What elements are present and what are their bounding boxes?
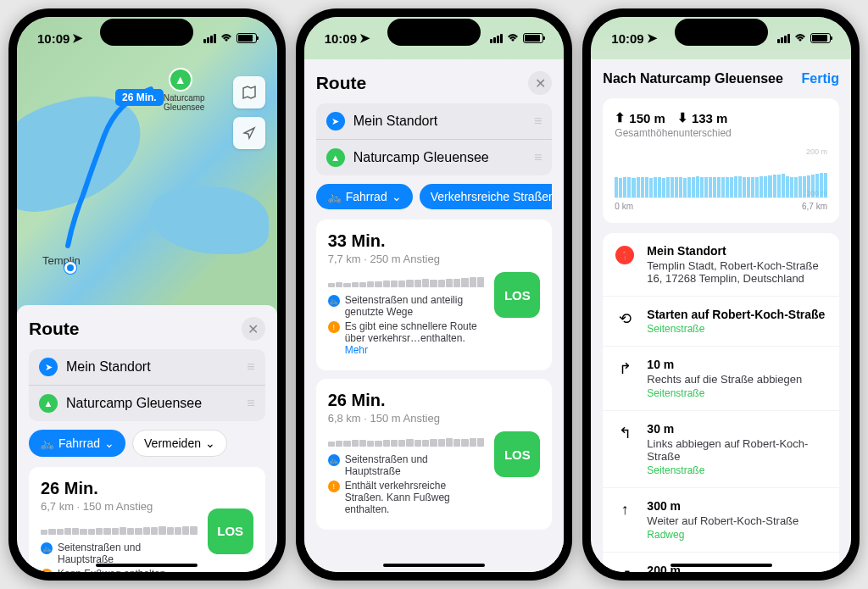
elevation-sparkline [328,274,485,287]
notch [387,19,481,46]
warning-icon: ! [41,569,53,572]
destination-icon: ▲ [326,148,345,167]
close-button[interactable]: ✕ [242,317,265,341]
waypoint-to[interactable]: ▲ Naturcamp Gleuensee ≡ [316,140,553,175]
bike-note-icon: 🚲 [41,542,53,554]
waypoint-to[interactable]: ▲ Naturcamp Gleuensee ≡ [29,386,265,421]
chevron-down-icon: ⌄ [104,436,114,450]
busy-roads-filter[interactable]: Verkehrsreiche Straßen verm [420,184,553,209]
direction-step[interactable]: ⟲ Starten auf Robert-Koch-Straße Seitens… [603,297,839,347]
route-duration: 26 Min. [328,391,485,410]
close-button[interactable]: ✕ [528,71,552,95]
route-note-roads: Seitenstraßen und Hauptstraße [58,542,198,565]
step-description: Rechts auf die Straße abbiegen [647,373,827,386]
drag-handle-icon[interactable]: ≡ [534,114,542,129]
step-title: Starten auf Robert-Koch-Straße [647,308,827,321]
route-distance-elevation: 7,7 km · 250 m Anstieg [328,253,485,265]
route-option-b[interactable]: 26 Min. 6,8 km · 150 m Anstieg 🚲Seitenst… [316,379,553,530]
direction-step[interactable]: ↗ 200 m Halb rechts abbiegen auf Seestra… [603,553,839,572]
route-note-warning: Enthält verkehrsreiche Straßen. Kann Fuß… [345,480,485,515]
bike-note-icon: 🚲 [328,454,340,466]
sheet-title: Route [316,73,367,93]
drag-handle-icon[interactable]: ≡ [247,396,254,411]
step-title: 10 m [647,358,827,371]
current-location-icon: ➤ [326,112,345,131]
elevation-subtitle: Gesamthöhenunterschied [615,127,827,139]
elevation-sparkline [328,433,485,447]
transport-bike-filter[interactable]: 🚲Fahrrad⌄ [29,430,125,457]
waypoint-list: ➤ Mein Standort ≡ ▲ Naturcamp Gleuensee … [316,103,553,175]
drag-handle-icon[interactable]: ≡ [247,359,254,375]
step-road-type: Seitenstraße [647,387,827,399]
route-duration: 33 Min. [328,231,485,251]
direction-icon: ↑ [615,501,635,541]
wifi-icon [793,33,807,43]
map-mode-button[interactable] [233,76,265,108]
directions-list: 📍 Mein Standort Templin Stadt, Robert-Ko… [603,233,839,572]
drag-handle-icon[interactable]: ≡ [534,150,542,165]
direction-icon: ⟲ [615,309,635,335]
route-note-roads: Seitenstraßen und Hauptstraße [345,453,485,477]
direction-step[interactable]: ↑ 300 m Weiter auf Robert-Koch-Straße Ra… [603,488,839,553]
battery-icon [810,33,831,43]
step-title: 300 m [647,499,827,513]
phone-2: 10:09➤ Route ✕ ➤ Mein Standort ≡ ▲ [296,8,573,581]
direction-step[interactable]: ↰ 30 m Links abbiegen auf Robert-Koch-St… [603,411,839,488]
waypoint-list: ➤ Mein Standort ≡ ▲ Naturcamp Gleuensee … [29,349,265,421]
go-button[interactable]: LOS [494,431,540,477]
go-button[interactable]: LOS [208,508,253,554]
warning-icon: ! [328,481,340,492]
chart-x-start: 0 km [615,202,633,211]
elevation-chart: 200 m100 m [615,147,827,198]
done-button[interactable]: Fertig [802,71,839,86]
waypoint-from[interactable]: ➤ Mein Standort ≡ [316,103,553,140]
signal-icon [203,34,216,43]
home-indicator[interactable] [96,564,198,567]
location-indicator-icon: ➤ [359,31,370,46]
notch [675,19,768,46]
destination-pin-icon[interactable]: ▲ [169,68,192,92]
go-button[interactable]: LOS [494,272,540,318]
route-sheet: Route ✕ ➤ Mein Standort ≡ ▲ Naturcamp Gl… [17,305,277,572]
wifi-icon [220,33,233,43]
bike-icon: 🚲 [40,436,54,450]
step-title: 30 m [647,422,827,436]
status-time: 10:09 [325,31,357,46]
route-sheet-expanded: Route ✕ ➤ Mein Standort ≡ ▲ Naturcamp Gl… [304,59,565,572]
direction-icon: ↰ [615,424,635,476]
arrow-up-icon: ⬆ [615,110,626,125]
home-indicator[interactable] [670,564,772,567]
detail-header: Nach Naturcamp Gleuensee Fertig [591,59,851,98]
direction-icon: 📍 [615,246,635,285]
waypoint-from[interactable]: ➤ Mein Standort ≡ [29,349,265,386]
waypoint-from-label: Mein Standort [353,114,438,129]
route-option-1[interactable]: 26 Min. 6,7 km · 150 m Anstieg 🚲Seitenst… [29,467,265,572]
sheet-title: Route [29,319,80,339]
bike-note-icon: 🚲 [328,295,340,307]
more-link[interactable]: Mehr [345,344,368,356]
elevation-gain: 150 m [629,111,665,125]
home-indicator[interactable] [383,564,485,567]
direction-step[interactable]: ↱ 10 m Rechts auf die Straße abbiegen Se… [603,347,839,411]
phone-3: 10:09➤ Nach Naturcamp Gleuensee Fertig ⬆… [582,8,860,581]
screen-3: 10:09➤ Nach Naturcamp Gleuensee Fertig ⬆… [591,17,851,572]
locate-me-button[interactable] [233,117,265,149]
elevation-sparkline [41,521,198,535]
avoid-filter[interactable]: Vermeiden⌄ [132,430,227,457]
chevron-down-icon: ⌄ [205,436,215,450]
step-road-type: Seitenstraße [647,323,827,335]
step-description: Weiter auf Robert-Koch-Straße [647,514,827,527]
detail-title: Nach Naturcamp Gleuensee [603,71,783,86]
direction-step[interactable]: 📍 Mein Standort Templin Stadt, Robert-Ko… [603,233,839,297]
route-duration: 26 Min. [41,479,198,498]
route-option-a[interactable]: 33 Min. 7,7 km · 250 m Anstieg 🚲Seitenst… [316,219,553,370]
map-view[interactable]: 26 Min. ▲ Naturcamp Gleuensee Templin [17,17,277,318]
wifi-icon [506,33,520,43]
route-note-roads: Seitenstraßen und anteilig genutzte Wege [345,294,485,318]
signal-icon [777,34,790,43]
step-description: Templin Stadt, Robert-Koch-Straße 16, 17… [647,259,827,285]
location-indicator-icon: ➤ [72,31,83,46]
transport-bike-filter[interactable]: 🚲Fahrrad⌄ [316,184,413,209]
route-note-warning: Kann Fußweg enthalten [58,568,165,572]
route-distance-elevation: 6,7 km · 150 m Anstieg [41,500,198,513]
